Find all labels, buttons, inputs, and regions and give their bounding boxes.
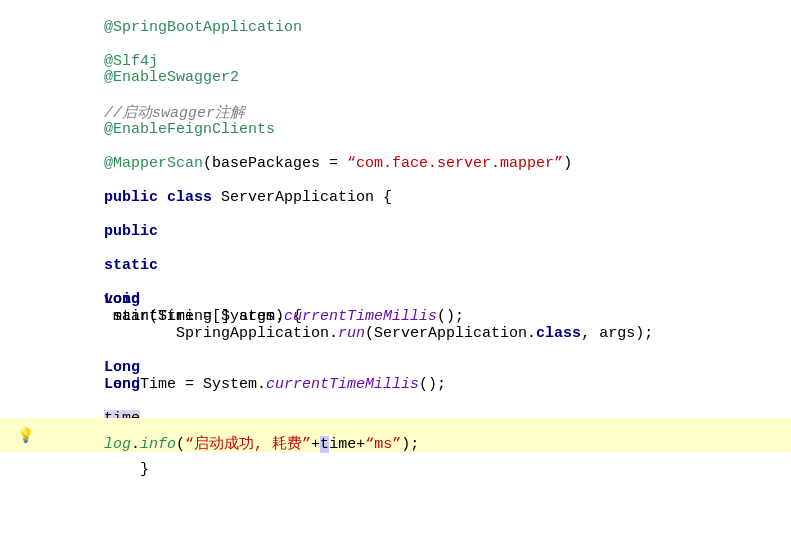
var-time-rest: ime [329,436,356,453]
string-start: “启动成功, 耗费” [185,436,311,453]
keyword-long-9: Long [104,291,140,308]
annotation-mapperscan: @MapperScan [104,155,203,172]
paren-open-5: (basePackages = [203,155,347,172]
annotation-feign: @EnableFeignClients [104,121,275,138]
string-mapper: “com.face.server.mapper” [347,155,563,172]
string-ms: “ms” [365,436,401,453]
paren-close-5: ) [563,155,572,172]
var-time-13: t [320,436,329,453]
annotation-swagger: @EnableSwagger2 [104,69,239,86]
code-line-14: } [0,452,791,486]
annotation-springboot: @SpringBootApplication [104,19,302,36]
gutter-13: 💡 [10,427,40,444]
keyword-long-12: Long [104,376,140,393]
code-editor: @SpringBootApplication @Slf4j @EnableSwa… [0,0,791,535]
bulb-icon: 💡 [17,427,34,444]
keyword-public-8: public [104,223,158,240]
keyword-class-10: class [536,325,581,342]
line-content-14: } [40,444,149,495]
space-3 [104,86,194,103]
